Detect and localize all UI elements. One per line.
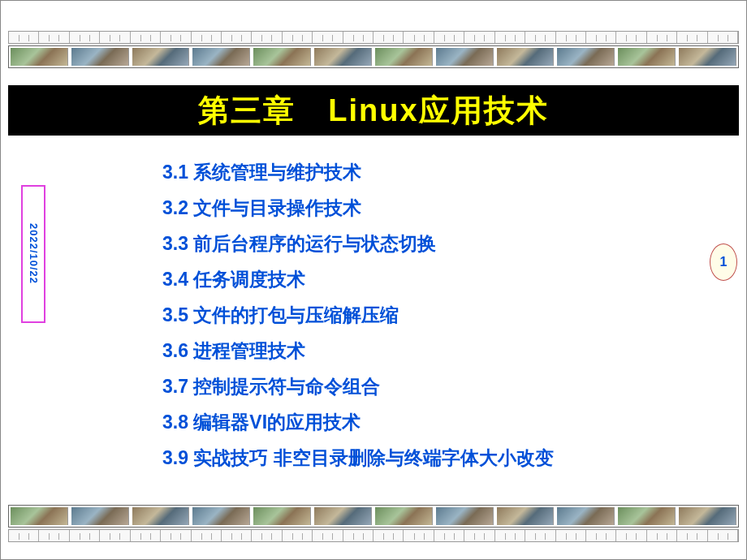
thumbnail-image (192, 48, 250, 66)
ruler-top (8, 31, 739, 44)
thumbnail-strip-bottom (8, 505, 739, 528)
date-box: 2022/10/22 (21, 185, 45, 323)
chapter-title-bar: 第三章 Linux应用技术 (8, 85, 739, 136)
toc-item: 3.2 文件与目录操作技术 (162, 190, 666, 226)
thumbnail-image (132, 507, 190, 525)
toc-item: 3.8 编辑器VI的应用技术 (162, 404, 666, 440)
toc-item: 3.4 任务调度技术 (162, 261, 666, 297)
thumbnail-image (71, 507, 129, 525)
thumbnail-image (557, 507, 615, 525)
thumbnail-image (679, 507, 736, 525)
page-number: 1 (720, 255, 728, 269)
thumbnail-strip-top (8, 45, 739, 68)
thumbnail-image (11, 48, 68, 66)
toc-item: 3.1 系统管理与维护技术 (162, 154, 666, 190)
thumbnail-image (497, 507, 555, 525)
date-text: 2022/10/22 (28, 223, 40, 284)
thumbnail-image (253, 507, 311, 525)
thumbnail-image (132, 48, 190, 66)
thumbnail-image (375, 48, 433, 66)
thumbnail-image (11, 507, 68, 525)
thumbnail-image (557, 48, 615, 66)
toc-item: 3.9 实战技巧 非空目录删除与终端字体大小改变 (162, 440, 666, 476)
thumbnail-image (436, 48, 494, 66)
toc-item: 3.5 文件的打包与压缩解压缩 (162, 297, 666, 333)
thumbnail-image (618, 507, 676, 525)
thumbnail-image (253, 48, 311, 66)
thumbnail-image (497, 48, 555, 66)
table-of-contents: 3.1 系统管理与维护技术 3.2 文件与目录操作技术 3.3 前后台程序的运行… (162, 154, 666, 476)
toc-item: 3.7 控制提示符与命令组合 (162, 368, 666, 404)
thumbnail-image (192, 507, 250, 525)
thumbnail-image (314, 507, 372, 525)
thumbnail-image (314, 48, 372, 66)
thumbnail-image (436, 507, 494, 525)
thumbnail-image (71, 48, 129, 66)
toc-item: 3.3 前后台程序的运行与状态切换 (162, 226, 666, 261)
ruler-bottom (8, 529, 739, 542)
page-number-badge: 1 (710, 243, 737, 281)
toc-item: 3.6 进程管理技术 (162, 333, 666, 368)
thumbnail-image (618, 48, 676, 66)
thumbnail-image (375, 507, 433, 525)
thumbnail-image (679, 48, 736, 66)
chapter-title: 第三章 Linux应用技术 (198, 90, 548, 131)
